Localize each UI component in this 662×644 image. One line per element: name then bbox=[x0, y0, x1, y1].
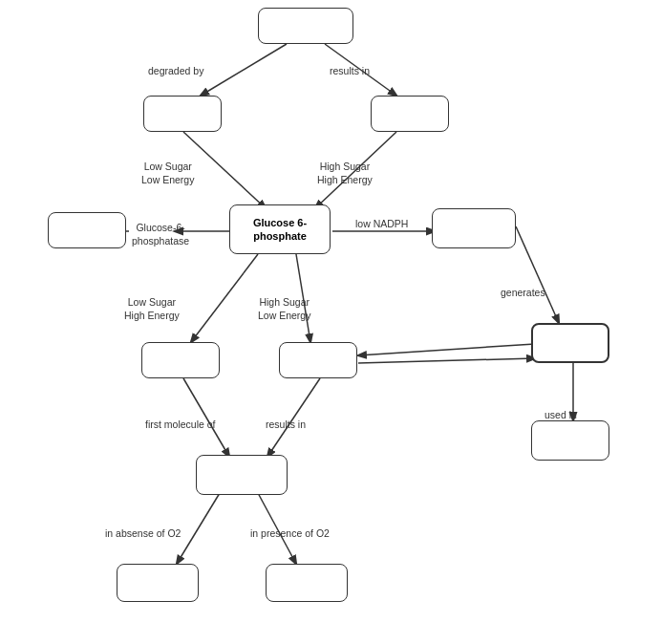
label-degraded-by: degraded by bbox=[148, 65, 203, 78]
diagram: Glucose 6- phosphate degraded by results… bbox=[0, 0, 662, 644]
node-right-mid bbox=[279, 342, 357, 378]
label-used-in: used in bbox=[545, 409, 577, 422]
node-far-right-bot bbox=[531, 420, 609, 461]
node-bot-right bbox=[266, 564, 348, 602]
label-high-sugar-high-energy: High SugarHigh Energy bbox=[317, 161, 373, 186]
node-glucose6p: Glucose 6- phosphate bbox=[229, 204, 331, 254]
node-far-left bbox=[48, 212, 126, 248]
svg-line-11 bbox=[358, 358, 535, 363]
node-far-right-top bbox=[531, 323, 609, 363]
label-in-presence-o2: in presence of O2 bbox=[250, 527, 330, 541]
glucose6p-label: Glucose 6- phosphate bbox=[253, 216, 307, 244]
svg-line-2 bbox=[183, 132, 266, 208]
svg-line-7 bbox=[516, 226, 559, 323]
node-left1 bbox=[143, 96, 222, 132]
label-low-sugar-low-energy: Low SugarLow Energy bbox=[141, 161, 194, 186]
label-low-nadph: low NADPH bbox=[355, 218, 408, 231]
svg-line-10 bbox=[358, 344, 535, 355]
svg-line-15 bbox=[177, 493, 220, 564]
node-top bbox=[258, 8, 353, 44]
svg-line-0 bbox=[201, 44, 287, 96]
label-generates: generates bbox=[501, 287, 545, 300]
node-right2 bbox=[432, 208, 516, 248]
label-results-in-bot: results in bbox=[266, 419, 306, 432]
node-left-mid bbox=[141, 342, 220, 378]
label-glucose6phosphatase: Glucose-6-phosphatase bbox=[132, 222, 189, 247]
svg-line-8 bbox=[191, 254, 258, 342]
svg-line-14 bbox=[267, 378, 320, 457]
node-bot-left bbox=[117, 564, 199, 602]
label-first-molecule-of: first molecule of bbox=[145, 419, 216, 432]
node-right1 bbox=[371, 96, 449, 132]
svg-line-13 bbox=[183, 378, 229, 457]
label-low-sugar-high-energy: Low SugarHigh Energy bbox=[124, 296, 180, 322]
label-in-absence-o2: in absense of O2 bbox=[105, 527, 181, 541]
label-results-in-top: results in bbox=[330, 65, 370, 78]
node-bottom-main bbox=[196, 455, 288, 495]
label-high-sugar-low-energy: High SugarLow Energy bbox=[258, 296, 310, 322]
